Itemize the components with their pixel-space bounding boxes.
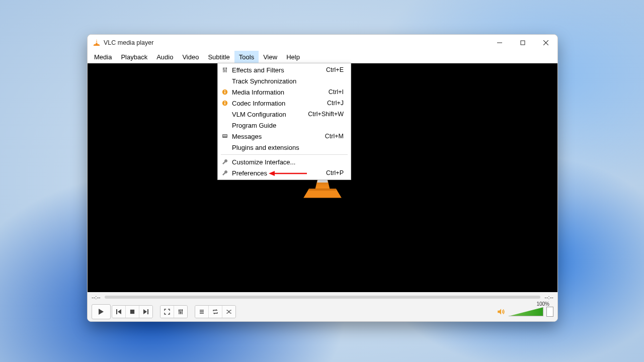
svg-point-24	[182, 310, 183, 311]
extended-settings-button[interactable]	[174, 306, 187, 318]
menu-help[interactable]: Help	[282, 51, 304, 63]
total-time[interactable]: --:--	[544, 294, 553, 300]
svg-rect-36	[224, 92, 225, 94]
playlist-mode-group	[195, 305, 236, 318]
svg-marker-0	[96, 39, 98, 44]
menuitem-media-information[interactable]: Media Information Ctrl+I	[218, 86, 351, 98]
vlc-cone-icon	[93, 39, 101, 47]
svg-marker-12	[309, 189, 336, 191]
volume-max-box	[546, 307, 553, 317]
volume-control: 100%	[497, 307, 553, 317]
menu-video[interactable]: Video	[178, 51, 203, 63]
menuitem-codec-information[interactable]: Codec Information Ctrl+J	[218, 98, 351, 109]
svg-rect-18	[147, 309, 148, 314]
svg-point-22	[179, 310, 180, 312]
menuitem-messages[interactable]: Messages Ctrl+M	[218, 131, 351, 142]
svg-rect-39	[224, 103, 225, 105]
info-icon	[218, 89, 232, 95]
menuitem-track-synchronization[interactable]: Track Synchronization	[218, 75, 351, 86]
elapsed-time[interactable]: --:--	[92, 294, 101, 300]
svg-rect-2	[96, 42, 98, 43]
volume-percent: 100%	[536, 301, 549, 307]
svg-point-40	[224, 101, 225, 102]
seek-bar-row: --:-- --:--	[88, 292, 557, 302]
loop-button[interactable]	[208, 306, 222, 318]
svg-point-32	[223, 68, 224, 69]
playlist-button[interactable]	[195, 306, 208, 318]
svg-point-34	[226, 68, 227, 69]
title-bar[interactable]: VLC media player	[88, 35, 557, 51]
svg-rect-16	[130, 310, 134, 314]
svg-marker-3	[94, 44, 100, 46]
svg-marker-28	[498, 309, 501, 314]
svg-rect-14	[116, 309, 117, 314]
svg-rect-42	[223, 135, 227, 136]
previous-button[interactable]	[112, 306, 125, 318]
svg-rect-43	[223, 136, 227, 136]
menuitem-effects-and-filters[interactable]: Effects and Filters Ctrl+E	[218, 64, 351, 75]
svg-marker-15	[118, 309, 121, 314]
menu-separator	[221, 154, 348, 155]
tools-dropdown: Effects and Filters Ctrl+E Track Synchro…	[217, 63, 351, 180]
svg-point-37	[224, 90, 225, 91]
menuitem-vlm-configuration[interactable]: VLM Configuration Ctrl+Shift+W	[218, 109, 351, 120]
seek-slider[interactable]	[105, 296, 541, 299]
window-title: VLC media player	[104, 39, 153, 46]
menu-bar: Media Playback Audio Video Subtitle Tool…	[88, 51, 557, 63]
menu-view[interactable]: View	[259, 51, 282, 63]
menuitem-preferences[interactable]: Preferences Ctrl+P	[218, 167, 351, 178]
menuitem-customize-interface[interactable]: Customize Interface...	[218, 156, 351, 167]
menuitem-plugins-and-extensions[interactable]: Plugins and extensions	[218, 142, 351, 153]
play-button[interactable]	[92, 304, 111, 319]
menu-subtitle[interactable]: Subtitle	[203, 51, 234, 63]
svg-marker-17	[143, 309, 147, 314]
menuitem-program-guide[interactable]: Program Guide	[218, 120, 351, 131]
next-button[interactable]	[139, 306, 152, 318]
window-maximize-button[interactable]	[511, 35, 534, 51]
sliders-icon	[218, 67, 232, 73]
svg-marker-13	[99, 309, 104, 315]
wrench-icon	[218, 159, 232, 165]
menu-tools[interactable]: Tools	[234, 51, 259, 63]
transport-group	[112, 305, 153, 318]
menu-playback[interactable]: Playback	[116, 51, 152, 63]
wrench-icon	[218, 170, 232, 176]
window-close-button[interactable]	[534, 35, 557, 51]
svg-point-33	[224, 70, 225, 71]
svg-point-23	[180, 312, 182, 314]
view-group	[160, 305, 188, 318]
volume-slider[interactable]	[508, 307, 543, 316]
speaker-icon[interactable]	[497, 308, 505, 316]
info-icon	[218, 100, 232, 106]
fullscreen-button[interactable]	[160, 306, 174, 318]
svg-rect-5	[521, 41, 525, 45]
playback-controls: 100%	[88, 302, 557, 321]
svg-rect-1	[96, 41, 98, 41]
menu-audio[interactable]: Audio	[152, 51, 178, 63]
messages-icon	[218, 133, 232, 139]
desktop-wallpaper: VLC media player Media Playback Audio Vi…	[0, 0, 644, 362]
vlc-window: VLC media player Media Playback Audio Vi…	[87, 34, 558, 322]
shuffle-button[interactable]	[222, 306, 235, 318]
window-minimize-button[interactable]	[488, 35, 511, 51]
stop-button[interactable]	[125, 306, 139, 318]
menu-media[interactable]: Media	[90, 51, 116, 63]
